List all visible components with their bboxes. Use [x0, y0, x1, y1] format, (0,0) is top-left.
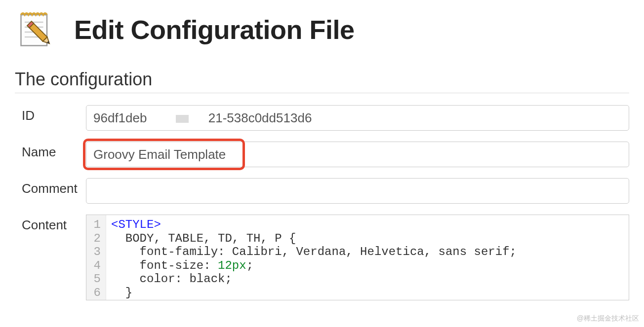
line-number: 2: [90, 232, 101, 246]
id-input[interactable]: [86, 105, 629, 131]
comment-label: Comment: [22, 178, 86, 196]
id-label: ID: [22, 105, 86, 123]
line-number: 3: [90, 245, 101, 259]
page-title: Edit Configuration File: [74, 14, 354, 45]
code-line: font-size: 12px;: [111, 259, 517, 273]
comment-input[interactable]: [86, 178, 629, 204]
code-content[interactable]: <STYLE> BODY, TABLE, TD, TH, P { font-fa…: [106, 215, 517, 300]
code-line: }: [111, 286, 517, 300]
line-number: 5: [90, 272, 101, 286]
content-label: Content: [22, 215, 86, 233]
line-number: 6: [90, 286, 101, 300]
section-divider: [15, 93, 629, 93]
code-line: BODY, TABLE, TD, TH, P {: [111, 232, 517, 246]
content-code-editor[interactable]: 123456 <STYLE> BODY, TABLE, TD, TH, P { …: [86, 215, 629, 300]
code-gutter: 123456: [86, 215, 106, 300]
code-line: color: black;: [111, 272, 517, 286]
name-label: Name: [22, 142, 86, 160]
line-number: 1: [90, 218, 101, 232]
page-header: Edit Configuration File: [15, 10, 629, 49]
code-line: <STYLE>: [111, 218, 517, 232]
section-title: The configuration: [15, 69, 629, 90]
code-line: font-family: Calibri, Verdana, Helvetica…: [111, 245, 517, 259]
notepad-edit-icon: [15, 10, 54, 49]
line-number: 4: [90, 259, 101, 273]
name-input[interactable]: [86, 142, 629, 167]
